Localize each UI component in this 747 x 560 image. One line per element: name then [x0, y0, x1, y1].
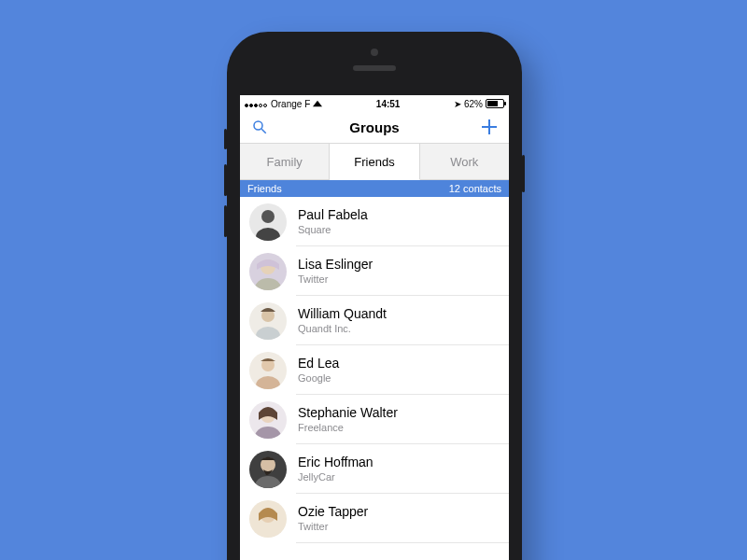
list-item[interactable]: Ed Lea Google [240, 345, 509, 395]
contact-name: Stephanie Walter [298, 405, 398, 421]
list-item[interactable]: Stephanie Walter Freelance [240, 395, 509, 444]
carrier-label: Orange F [271, 99, 310, 109]
add-button[interactable] [479, 117, 500, 137]
tab-work[interactable]: Work [420, 144, 509, 179]
svg-point-7 [256, 327, 280, 340]
list-item[interactable]: Eric Hoffman JellyCar [240, 444, 509, 494]
section-count: 12 contacts [449, 183, 501, 194]
contact-sub: Twitter [298, 273, 373, 286]
status-time: 14:51 [322, 99, 454, 109]
contact-name: Lisa Eslinger [298, 257, 373, 273]
avatar [249, 253, 287, 290]
contact-name: Paul Fabela [298, 207, 368, 223]
location-icon: ➤ [454, 99, 461, 109]
search-button[interactable] [249, 117, 270, 137]
tab-friends[interactable]: Friends [330, 144, 419, 180]
power-button [522, 155, 525, 192]
page-title: Groups [349, 119, 399, 135]
status-left: Orange F [245, 99, 322, 109]
svg-point-5 [255, 278, 281, 290]
avatar [249, 352, 287, 389]
svg-point-13 [255, 476, 281, 488]
signal-dots-icon [245, 99, 268, 109]
tab-family[interactable]: Family [240, 144, 330, 179]
avatar [249, 302, 287, 340]
list-item[interactable]: Paul Fabela Square [240, 197, 509, 246]
svg-line-1 [261, 129, 266, 133]
avatar [249, 203, 287, 241]
contact-name: Ozie Tapper [298, 504, 368, 520]
status-bar: Orange F 14:51 ➤ 62% [240, 95, 509, 111]
contact-name: Ed Lea [298, 356, 339, 371]
svg-point-2 [261, 210, 275, 223]
volume-up [224, 164, 227, 196]
avatar [249, 500, 287, 538]
status-right: ➤ 62% [454, 99, 504, 109]
svg-point-3 [256, 228, 280, 241]
phone-frame: Orange F 14:51 ➤ 62% Groups F [227, 32, 522, 560]
list-item[interactable]: Lisa Eslinger Twitter [240, 246, 509, 296]
svg-point-9 [256, 376, 280, 389]
group-tabs: Family Friends Work [240, 144, 509, 180]
contact-list[interactable]: Paul Fabela Square Lisa Eslinger Twitter [240, 197, 509, 543]
contact-sub: Google [298, 372, 339, 385]
contact-sub: Quandt Inc. [298, 323, 387, 335]
earpiece-speaker [353, 65, 396, 71]
battery-icon [486, 99, 504, 108]
svg-point-0 [254, 121, 262, 130]
list-item[interactable]: Ozie Tapper Twitter [240, 494, 509, 543]
contact-sub: Freelance [298, 422, 398, 434]
section-header: Friends 12 contacts [240, 180, 509, 197]
wifi-icon [313, 101, 322, 106]
contact-name: William Quandt [298, 306, 387, 322]
plus-icon [482, 119, 497, 134]
avatar [249, 401, 287, 439]
svg-point-11 [255, 427, 281, 439]
front-camera [371, 49, 378, 56]
contact-sub: Twitter [298, 521, 368, 533]
navbar: Groups [240, 111, 509, 144]
search-icon [251, 119, 268, 135]
battery-pct: 62% [464, 99, 483, 109]
contact-sub: Square [298, 224, 368, 236]
contact-name: Eric Hoffman [298, 455, 374, 470]
mute-switch [224, 129, 227, 149]
volume-down [224, 205, 227, 237]
section-title: Friends [247, 183, 282, 194]
contact-sub: JellyCar [298, 471, 374, 483]
screen: Orange F 14:51 ➤ 62% Groups F [240, 95, 509, 560]
avatar [249, 451, 287, 488]
list-item[interactable]: William Quandt Quandt Inc. [240, 296, 509, 345]
